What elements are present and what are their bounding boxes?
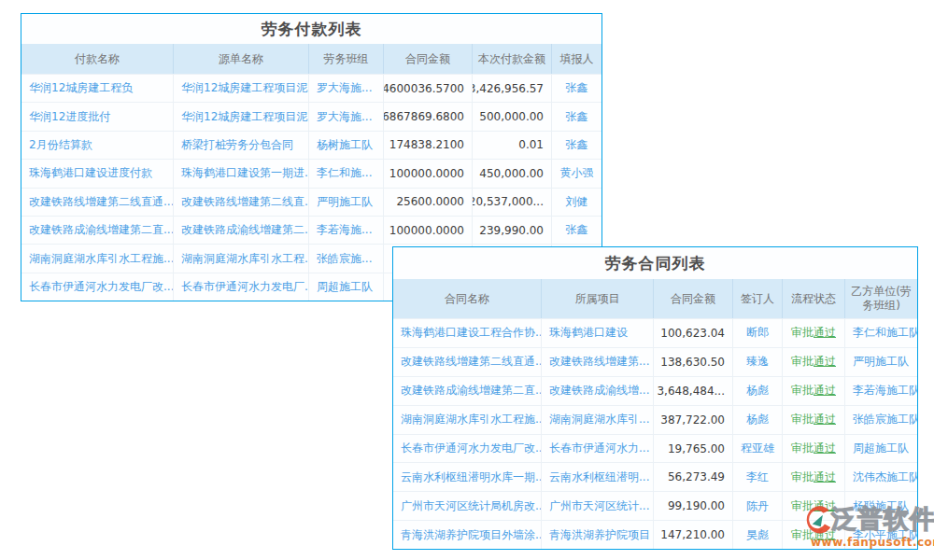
cell-flow_status[interactable]: 审批通过 bbox=[783, 405, 845, 434]
cell-signer[interactable]: 断郎 bbox=[733, 318, 783, 347]
cell-project[interactable]: 青海洪湖养护院项目 bbox=[542, 520, 654, 549]
cell-contract_name[interactable]: 广州市天河区统计局机房改... bbox=[393, 491, 542, 520]
cell-contract_amount: 56,273.49 bbox=[654, 462, 733, 491]
column-header-source_name: 源单名称 bbox=[174, 44, 309, 74]
table-row: 珠海鹤港口建设进度付款珠海鹤港口建设第一期进...李仁和施...100000.0… bbox=[21, 159, 601, 187]
cell-contract_name[interactable]: 青海洪湖养护院项目外墙涂... bbox=[393, 520, 542, 549]
cell-labor_team[interactable]: 杨树施工队 bbox=[309, 131, 384, 159]
cell-payment_name[interactable]: 华润12进度批付 bbox=[21, 102, 174, 130]
contract-list-title: 劳务合同列表 bbox=[393, 247, 917, 279]
cell-source_name[interactable]: 改建铁路成渝线增建第二... bbox=[174, 216, 309, 244]
cell-signer[interactable]: 杨彪 bbox=[733, 405, 783, 434]
cell-labor_team[interactable]: 周超施工队 bbox=[309, 273, 384, 301]
cell-payment_name[interactable]: 改建铁路成渝线增建第二直... bbox=[21, 216, 174, 244]
cell-party_b[interactable]: 张皓宸施工队 bbox=[845, 405, 917, 434]
cell-contract_amount: 3,648,484... bbox=[654, 376, 733, 405]
cell-payment_name[interactable]: 改建铁路线增建第二线直通... bbox=[21, 188, 174, 216]
column-header-contract_name: 合同名称 bbox=[393, 279, 542, 318]
cell-source_name[interactable]: 珠海鹤港口建设第一期进... bbox=[174, 159, 309, 187]
cell-contract_name[interactable]: 湖南洞庭湖水库引水工程施... bbox=[393, 405, 542, 434]
column-header-labor_team: 劳务班组 bbox=[309, 44, 384, 74]
cell-party_b[interactable]: 严明施工队 bbox=[845, 347, 917, 376]
cell-contract_name[interactable]: 改建铁路线增建第二线直通... bbox=[393, 347, 542, 376]
cell-source_name[interactable]: 湖南洞庭湖水库引水工程... bbox=[174, 244, 309, 272]
cell-signer[interactable]: 程亚雄 bbox=[733, 434, 783, 463]
cell-payment_amount: 450,000.00 bbox=[473, 159, 552, 187]
table-row: 改建铁路线增建第二线直通...改建铁路线增建第二线直...严明施工队25600.… bbox=[21, 188, 601, 216]
cell-payment_name[interactable]: 长春市伊通河水力发电厂改... bbox=[21, 273, 174, 301]
cell-reporter[interactable]: 张鑫 bbox=[552, 74, 601, 102]
watermark: 泛普软件 www.fanpusoft.com bbox=[801, 502, 934, 554]
cell-contract_amount: 4600036.5700 bbox=[384, 74, 473, 102]
cell-contract_name[interactable]: 珠海鹤港口建设工程合作协... bbox=[393, 318, 542, 347]
cell-payment_amount: 3,426,956.57 bbox=[473, 74, 552, 102]
cell-project[interactable]: 改建铁路成渝线增... bbox=[542, 376, 654, 405]
cell-project[interactable]: 湖南洞庭湖水库引... bbox=[542, 405, 654, 434]
cell-labor_team[interactable]: 张皓宸施... bbox=[309, 244, 384, 272]
cell-party_b[interactable]: 李若海施工队 bbox=[845, 376, 917, 405]
cell-signer[interactable]: 李红 bbox=[733, 462, 783, 491]
cell-signer[interactable]: 臻逸 bbox=[733, 347, 783, 376]
cell-reporter[interactable]: 张鑫 bbox=[552, 131, 601, 159]
column-header-reporter: 填报人 bbox=[552, 44, 601, 74]
cell-labor_team[interactable]: 罗大海施... bbox=[309, 102, 384, 130]
cell-payment_amount: 500,000.00 bbox=[473, 102, 552, 130]
cell-signer[interactable]: 陈丹 bbox=[733, 491, 783, 520]
column-header-signer: 签订人 bbox=[733, 279, 783, 318]
cell-payment_amount: 239,990.00 bbox=[473, 216, 552, 244]
table-row: 华润12进度批付华润12城房建工程项目泥...罗大海施...6867869.68… bbox=[21, 102, 601, 130]
cell-reporter[interactable]: 黄小强 bbox=[552, 159, 601, 187]
cell-signer[interactable]: 昊彪 bbox=[733, 520, 783, 549]
table-row: 华润12城房建工程负华润12城房建工程项目泥...罗大海施...4600036.… bbox=[21, 74, 601, 102]
cell-source_name[interactable]: 桥梁打桩劳务分包合同 bbox=[174, 131, 309, 159]
cell-project[interactable]: 珠海鹤港口建设 bbox=[542, 318, 654, 347]
column-header-contract_amount: 合同金额 bbox=[384, 44, 473, 74]
cell-contract_name[interactable]: 长春市伊通河水力发电厂改... bbox=[393, 434, 542, 463]
cell-source_name[interactable]: 华润12城房建工程项目泥... bbox=[174, 102, 309, 130]
payment-header-row: 付款名称源单名称劳务班组合同金额本次付款金额填报人 bbox=[21, 44, 601, 74]
cell-reporter[interactable]: 张鑫 bbox=[552, 102, 601, 130]
table-row: 珠海鹤港口建设工程合作协...珠海鹤港口建设100,623.04断郎审批通过李仁… bbox=[393, 318, 917, 347]
cell-contract_name[interactable]: 云南水利枢纽潜明水库一期... bbox=[393, 462, 542, 491]
column-header-payment_name: 付款名称 bbox=[21, 44, 174, 74]
cell-flow_status[interactable]: 审批通过 bbox=[783, 376, 845, 405]
cell-party_b[interactable]: 周超施工队 bbox=[845, 434, 917, 463]
cell-source_name[interactable]: 华润12城房建工程项目泥... bbox=[174, 74, 309, 102]
table-row: 改建铁路成渝线增建第二直...改建铁路成渝线增...3,648,484...杨彪… bbox=[393, 376, 917, 405]
fanpu-logo-icon bbox=[805, 506, 831, 539]
cell-project[interactable]: 改建铁路线增建第... bbox=[542, 347, 654, 376]
cell-project[interactable]: 云南水利枢纽潜明... bbox=[542, 462, 654, 491]
cell-payment_name[interactable]: 华润12城房建工程负 bbox=[21, 74, 174, 102]
cell-labor_team[interactable]: 罗大海施... bbox=[309, 74, 384, 102]
cell-labor_team[interactable]: 李仁和施... bbox=[309, 159, 384, 187]
cell-project[interactable]: 长春市伊通河水力... bbox=[542, 434, 654, 463]
cell-contract_amount: 25600.0000 bbox=[384, 188, 473, 216]
cell-flow_status[interactable]: 审批通过 bbox=[783, 347, 845, 376]
cell-payment_amount: 0.01 bbox=[473, 131, 552, 159]
cell-payment_amount: 20,537,000... bbox=[473, 188, 552, 216]
cell-contract_name[interactable]: 改建铁路成渝线增建第二直... bbox=[393, 376, 542, 405]
cell-reporter[interactable]: 刘健 bbox=[552, 188, 601, 216]
cell-payment_name[interactable]: 2月份结算款 bbox=[21, 131, 174, 159]
cell-contract_amount: 147,210.00 bbox=[654, 520, 733, 549]
cell-source_name[interactable]: 长春市伊通河水力发电厂... bbox=[174, 273, 309, 301]
cell-flow_status[interactable]: 审批通过 bbox=[783, 434, 845, 463]
cell-reporter[interactable]: 张鑫 bbox=[552, 216, 601, 244]
cell-contract_amount: 138,630.50 bbox=[654, 347, 733, 376]
cell-payment_name[interactable]: 珠海鹤港口建设进度付款 bbox=[21, 159, 174, 187]
cell-labor_team[interactable]: 李若海施... bbox=[309, 216, 384, 244]
table-row: 2月份结算款桥梁打桩劳务分包合同杨树施工队174838.21000.01张鑫 bbox=[21, 131, 601, 159]
cell-contract_amount: 19,765.00 bbox=[654, 434, 733, 463]
contract-header-row: 合同名称所属项目合同金额签订人流程状态乙方单位(劳务班组) bbox=[393, 279, 917, 318]
cell-labor_team[interactable]: 严明施工队 bbox=[309, 188, 384, 216]
cell-flow_status[interactable]: 审批通过 bbox=[783, 462, 845, 491]
table-row: 长春市伊通河水力发电厂改...长春市伊通河水力...19,765.00程亚雄审批… bbox=[393, 434, 917, 463]
cell-party_b[interactable]: 沈伟杰施工队 bbox=[845, 462, 917, 491]
cell-source_name[interactable]: 改建铁路线增建第二线直... bbox=[174, 188, 309, 216]
cell-flow_status[interactable]: 审批通过 bbox=[783, 318, 845, 347]
watermark-brand-text: 泛普软件 bbox=[831, 502, 934, 536]
cell-payment_name[interactable]: 湖南洞庭湖水库引水工程施... bbox=[21, 244, 174, 272]
cell-project[interactable]: 广州市天河区统计... bbox=[542, 491, 654, 520]
cell-party_b[interactable]: 李仁和施工队 bbox=[845, 318, 917, 347]
cell-signer[interactable]: 杨彪 bbox=[733, 376, 783, 405]
